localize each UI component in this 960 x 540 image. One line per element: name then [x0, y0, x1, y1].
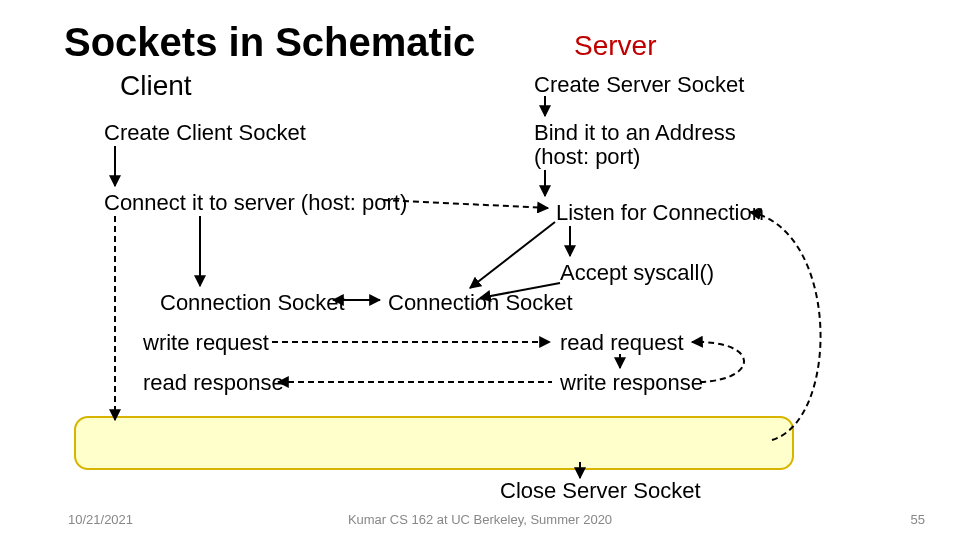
client-create: Create Client Socket	[104, 120, 306, 146]
server-accept: Accept syscall()	[560, 260, 714, 286]
server-read-req: read request	[560, 330, 684, 356]
client-header: Client	[120, 70, 192, 102]
server-write-resp: write response	[560, 370, 703, 396]
svg-line-6	[383, 200, 548, 208]
server-bind-line2: (host: port)	[534, 144, 640, 170]
server-conn-socket: Connection Socket	[388, 290, 573, 316]
client-read-resp: read response	[143, 370, 284, 396]
client-conn-socket: Connection Socket	[160, 290, 345, 316]
server-header: Server	[574, 30, 656, 62]
highlight-close-row	[74, 416, 794, 470]
client-connect: Connect it to server (host: port)	[104, 190, 407, 216]
server-listen: Listen for Connection	[556, 200, 764, 226]
client-write-req: write request	[143, 330, 269, 356]
server-close-srv: Close Server Socket	[500, 478, 701, 504]
footer-center: Kumar CS 162 at UC Berkeley, Summer 2020	[0, 512, 960, 527]
slide-title: Sockets in Schematic	[64, 20, 475, 65]
footer-page: 55	[911, 512, 925, 527]
server-create: Create Server Socket	[534, 72, 744, 98]
svg-line-8	[470, 222, 555, 288]
server-bind-line1: Bind it to an Address	[534, 120, 736, 146]
